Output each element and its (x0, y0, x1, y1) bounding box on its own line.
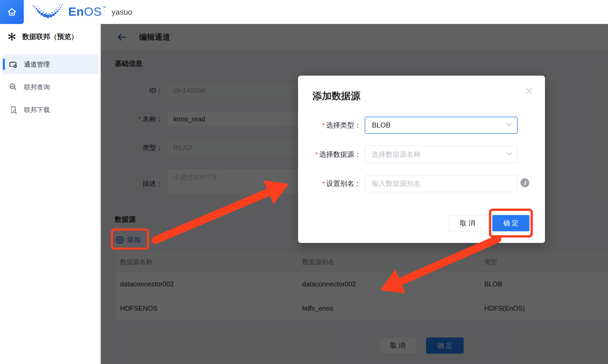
source-select-placeholder: 选择数据源名称 (372, 150, 420, 159)
enos-logo-text: EnOS™ (68, 4, 106, 19)
federation-download-icon (9, 105, 17, 114)
data-federation-icon (7, 32, 17, 42)
modal-cancel-button[interactable]: 取 消 (449, 215, 486, 231)
modal-close-button[interactable] (524, 86, 534, 96)
sidebar-title: 数据联邦（预览） (22, 32, 78, 41)
brand-light: OS (84, 5, 102, 18)
add-datasource-modal: 添加数据源 *选择类型： BLOB *选择数据源： 选择数据源名称 (298, 76, 545, 243)
sidebar-item-label: 联邦下载 (24, 106, 50, 114)
source-select[interactable]: 选择数据源名称 (365, 146, 518, 163)
home-icon (6, 6, 18, 18)
info-icon[interactable]: i (520, 178, 529, 187)
type-select-field: BLOB (365, 117, 518, 134)
sidebar-item-label: 通道管理 (24, 60, 50, 69)
sidebar-menu: 通道管理 联邦查询 (0, 50, 101, 119)
required-mark: * (315, 151, 318, 158)
home-button[interactable] (0, 0, 24, 24)
brand-bold: En (68, 5, 84, 18)
modal-alias-label: *设置别名： (298, 179, 361, 188)
modal-title: 添加数据源 (313, 90, 360, 102)
modal-type-label: *选择类型： (298, 121, 361, 130)
alias-input[interactable] (365, 175, 518, 192)
sidebar: 数据联邦（预览） 通道管理 (0, 24, 101, 364)
topbar-divider (104, 7, 105, 17)
chevron-down-icon (506, 123, 512, 127)
required-mark: * (322, 121, 325, 129)
type-select[interactable]: BLOB (365, 117, 518, 134)
source-select-field: 选择数据源名称 (365, 146, 518, 163)
app-window: EnOS™ yasuo 数据联邦（预览） (0, 0, 608, 364)
enos-logo-dots-icon (32, 3, 66, 20)
required-mark: * (322, 180, 325, 187)
channel-management-icon (9, 60, 17, 69)
sidebar-item-channel-management[interactable]: 通道管理 (2, 55, 99, 74)
topbar: EnOS™ yasuo (0, 0, 608, 24)
modal-source-label: *选择数据源： (298, 150, 361, 159)
modal-row-type: *选择类型： BLOB (298, 117, 545, 134)
alias-input-field (365, 175, 518, 192)
workspace-name: yasuo (112, 8, 132, 17)
sidebar-item-label: 联邦查询 (24, 83, 50, 91)
federation-query-icon (9, 83, 17, 91)
chevron-down-icon (506, 152, 512, 156)
sidebar-header: 数据联邦（预览） (0, 24, 101, 50)
sidebar-item-federation-query[interactable]: 联邦查询 (2, 77, 99, 97)
modal-row-source: *选择数据源： 选择数据源名称 (298, 146, 545, 163)
modal-row-alias: *设置别名： (298, 175, 545, 192)
modal-confirm-button[interactable]: 确 定 (492, 215, 529, 231)
close-icon (525, 87, 533, 95)
type-select-value: BLOB (372, 121, 391, 129)
sidebar-item-federation-download[interactable]: 联邦下载 (2, 100, 99, 119)
